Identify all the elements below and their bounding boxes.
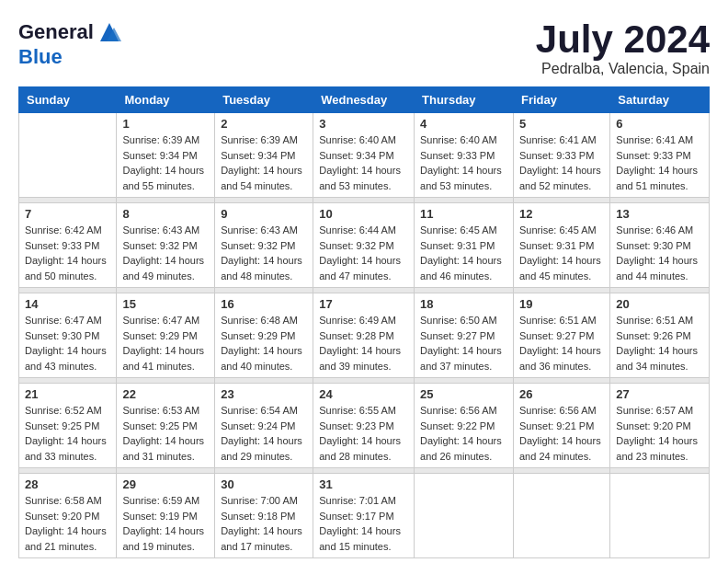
table-row: 18Sunrise: 6:50 AM Sunset: 9:27 PM Dayli… <box>415 293 514 378</box>
calendar-week-row: 14Sunrise: 6:47 AM Sunset: 9:30 PM Dayli… <box>19 293 710 378</box>
day-info: Sunrise: 6:41 AM Sunset: 9:33 PM Dayligh… <box>519 132 604 193</box>
col-sunday: Sunday <box>19 87 117 113</box>
table-row: 23Sunrise: 6:54 AM Sunset: 9:24 PM Dayli… <box>215 384 313 468</box>
table-row <box>513 474 609 558</box>
day-info: Sunrise: 6:39 AM Sunset: 9:34 PM Dayligh… <box>221 132 307 193</box>
day-info: Sunrise: 6:54 AM Sunset: 9:24 PM Dayligh… <box>221 403 307 464</box>
day-info: Sunrise: 6:40 AM Sunset: 9:34 PM Dayligh… <box>319 132 408 193</box>
day-info: Sunrise: 6:41 AM Sunset: 9:33 PM Dayligh… <box>616 132 703 193</box>
table-row: 16Sunrise: 6:48 AM Sunset: 9:29 PM Dayli… <box>215 293 313 378</box>
day-number: 27 <box>616 387 703 401</box>
col-tuesday: Tuesday <box>215 87 313 113</box>
day-info: Sunrise: 6:56 AM Sunset: 9:22 PM Dayligh… <box>420 403 507 464</box>
day-number: 12 <box>519 207 604 221</box>
table-row: 10Sunrise: 6:44 AM Sunset: 9:32 PM Dayli… <box>313 203 415 288</box>
logo-blue: Blue <box>18 46 123 68</box>
day-number: 8 <box>122 207 209 221</box>
calendar-week-row: 1Sunrise: 6:39 AM Sunset: 9:34 PM Daylig… <box>19 113 710 198</box>
table-row: 21Sunrise: 6:52 AM Sunset: 9:25 PM Dayli… <box>19 384 117 468</box>
day-number: 21 <box>25 387 110 401</box>
day-number: 31 <box>319 477 408 491</box>
day-info: Sunrise: 6:44 AM Sunset: 9:32 PM Dayligh… <box>319 223 408 283</box>
table-row: 26Sunrise: 6:56 AM Sunset: 9:21 PM Dayli… <box>513 384 609 468</box>
day-info: Sunrise: 6:43 AM Sunset: 9:32 PM Dayligh… <box>122 223 209 283</box>
day-info: Sunrise: 6:55 AM Sunset: 9:23 PM Dayligh… <box>319 403 408 464</box>
day-info: Sunrise: 6:53 AM Sunset: 9:25 PM Dayligh… <box>122 403 209 464</box>
table-row <box>610 474 710 558</box>
day-number: 28 <box>25 477 110 491</box>
table-row: 9Sunrise: 6:43 AM Sunset: 9:32 PM Daylig… <box>215 203 313 288</box>
table-row: 28Sunrise: 6:58 AM Sunset: 9:20 PM Dayli… <box>19 474 117 558</box>
col-saturday: Saturday <box>610 87 710 113</box>
table-row: 20Sunrise: 6:51 AM Sunset: 9:26 PM Dayli… <box>610 293 710 378</box>
table-row: 19Sunrise: 6:51 AM Sunset: 9:27 PM Dayli… <box>513 293 609 378</box>
day-number: 23 <box>221 387 307 401</box>
day-info: Sunrise: 6:56 AM Sunset: 9:21 PM Dayligh… <box>519 403 604 464</box>
day-number: 16 <box>221 297 307 311</box>
day-info: Sunrise: 6:45 AM Sunset: 9:31 PM Dayligh… <box>519 223 604 283</box>
col-friday: Friday <box>513 87 609 113</box>
table-row: 15Sunrise: 6:47 AM Sunset: 9:29 PM Dayli… <box>117 293 215 378</box>
table-row: 6Sunrise: 6:41 AM Sunset: 9:33 PM Daylig… <box>610 113 710 198</box>
day-info: Sunrise: 6:47 AM Sunset: 9:29 PM Dayligh… <box>122 313 209 373</box>
month-title: July 2024 <box>536 18 710 61</box>
table-row: 22Sunrise: 6:53 AM Sunset: 9:25 PM Dayli… <box>117 384 215 468</box>
day-info: Sunrise: 6:42 AM Sunset: 9:33 PM Dayligh… <box>25 223 110 283</box>
day-info: Sunrise: 6:46 AM Sunset: 9:30 PM Dayligh… <box>616 223 703 283</box>
logo-text: General Blue <box>18 18 123 68</box>
day-number: 4 <box>420 117 507 131</box>
day-number: 25 <box>420 387 507 401</box>
logo: General Blue <box>18 18 123 68</box>
table-row: 12Sunrise: 6:45 AM Sunset: 9:31 PM Dayli… <box>513 203 609 288</box>
table-row: 17Sunrise: 6:49 AM Sunset: 9:28 PM Dayli… <box>313 293 415 378</box>
day-info: Sunrise: 6:51 AM Sunset: 9:27 PM Dayligh… <box>519 313 604 373</box>
header-section: General Blue July 2024 Pedralba, Valenci… <box>18 18 710 77</box>
col-wednesday: Wednesday <box>313 87 415 113</box>
day-number: 11 <box>420 207 507 221</box>
day-info: Sunrise: 6:48 AM Sunset: 9:29 PM Dayligh… <box>221 313 307 373</box>
day-info: Sunrise: 6:58 AM Sunset: 9:20 PM Dayligh… <box>25 493 110 554</box>
logo-icon <box>96 18 123 46</box>
title-section: July 2024 Pedralba, Valencia, Spain <box>536 18 710 77</box>
day-number: 15 <box>122 297 209 311</box>
day-number: 22 <box>122 387 209 401</box>
day-info: Sunrise: 6:43 AM Sunset: 9:32 PM Dayligh… <box>221 223 307 283</box>
day-number: 20 <box>616 297 703 311</box>
table-row: 29Sunrise: 6:59 AM Sunset: 9:19 PM Dayli… <box>117 474 215 558</box>
table-row <box>415 474 514 558</box>
day-info: Sunrise: 6:51 AM Sunset: 9:26 PM Dayligh… <box>616 313 703 373</box>
day-number: 29 <box>122 477 209 491</box>
calendar-header-row: Sunday Monday Tuesday Wednesday Thursday… <box>19 87 710 113</box>
table-row: 27Sunrise: 6:57 AM Sunset: 9:20 PM Dayli… <box>610 384 710 468</box>
table-row <box>19 113 117 198</box>
table-row: 11Sunrise: 6:45 AM Sunset: 9:31 PM Dayli… <box>415 203 514 288</box>
table-row: 30Sunrise: 7:00 AM Sunset: 9:18 PM Dayli… <box>215 474 313 558</box>
table-row: 7Sunrise: 6:42 AM Sunset: 9:33 PM Daylig… <box>19 203 117 288</box>
day-number: 17 <box>319 297 408 311</box>
day-number: 10 <box>319 207 408 221</box>
table-row: 13Sunrise: 6:46 AM Sunset: 9:30 PM Dayli… <box>610 203 710 288</box>
day-number: 2 <box>221 117 307 131</box>
day-number: 14 <box>25 297 110 311</box>
day-info: Sunrise: 6:59 AM Sunset: 9:19 PM Dayligh… <box>122 493 209 554</box>
day-info: Sunrise: 7:00 AM Sunset: 9:18 PM Dayligh… <box>221 493 307 554</box>
calendar-week-row: 7Sunrise: 6:42 AM Sunset: 9:33 PM Daylig… <box>19 203 710 288</box>
table-row: 8Sunrise: 6:43 AM Sunset: 9:32 PM Daylig… <box>117 203 215 288</box>
day-info: Sunrise: 7:01 AM Sunset: 9:17 PM Dayligh… <box>319 493 408 554</box>
day-number: 30 <box>221 477 307 491</box>
table-row: 5Sunrise: 6:41 AM Sunset: 9:33 PM Daylig… <box>513 113 609 198</box>
table-row: 1Sunrise: 6:39 AM Sunset: 9:34 PM Daylig… <box>117 113 215 198</box>
day-info: Sunrise: 6:49 AM Sunset: 9:28 PM Dayligh… <box>319 313 408 373</box>
day-number: 5 <box>519 117 604 131</box>
table-row: 31Sunrise: 7:01 AM Sunset: 9:17 PM Dayli… <box>313 474 415 558</box>
day-info: Sunrise: 6:47 AM Sunset: 9:30 PM Dayligh… <box>25 313 110 373</box>
location-subtitle: Pedralba, Valencia, Spain <box>536 61 710 77</box>
day-info: Sunrise: 6:57 AM Sunset: 9:20 PM Dayligh… <box>616 403 703 464</box>
col-monday: Monday <box>117 87 215 113</box>
calendar-table: Sunday Monday Tuesday Wednesday Thursday… <box>18 86 710 558</box>
day-number: 26 <box>519 387 604 401</box>
day-info: Sunrise: 6:50 AM Sunset: 9:27 PM Dayligh… <box>420 313 507 373</box>
calendar-week-row: 21Sunrise: 6:52 AM Sunset: 9:25 PM Dayli… <box>19 384 710 468</box>
day-info: Sunrise: 6:39 AM Sunset: 9:34 PM Dayligh… <box>122 132 209 193</box>
day-number: 6 <box>616 117 703 131</box>
